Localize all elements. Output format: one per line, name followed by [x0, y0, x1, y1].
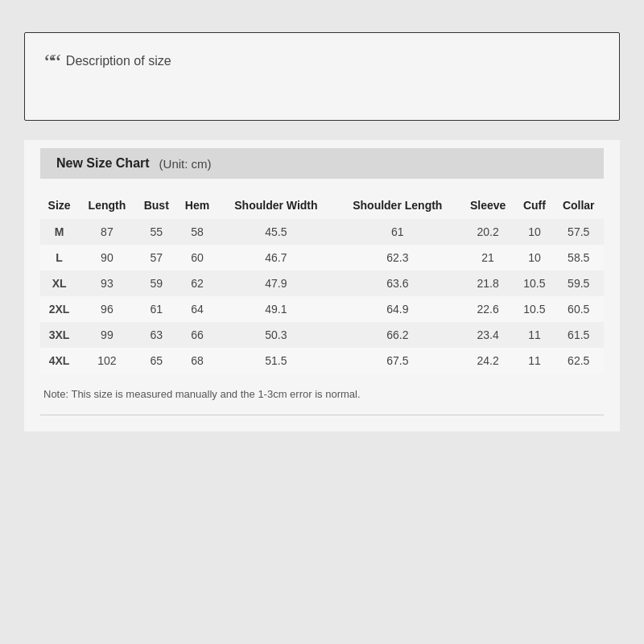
table-header-cell: Shoulder Length [335, 192, 460, 219]
table-cell: 90 [78, 245, 136, 270]
table-cell: 61.5 [553, 322, 604, 348]
table-cell: 62.3 [335, 245, 460, 270]
table-cell: 10 [515, 219, 553, 245]
table-cell: 3XL [40, 322, 78, 348]
table-cell: 21 [460, 245, 516, 270]
table-header-cell: Bust [136, 192, 177, 219]
page-container: ““ Description of size New Size Chart (U… [24, 32, 620, 431]
quote-icon: ““ [44, 51, 58, 73]
table-header-cell: Sleeve [460, 192, 516, 219]
table-header-cell: Cuff [515, 192, 553, 219]
table-cell: 51.5 [217, 348, 335, 374]
table-cell: 66.2 [335, 322, 460, 348]
table-cell: 61 [335, 219, 460, 245]
table-cell: 47.9 [217, 270, 335, 296]
table-cell: 57.5 [553, 219, 604, 245]
table-cell: 68 [177, 348, 217, 374]
table-header-cell: Shoulder Width [217, 192, 335, 219]
table-cell: 46.7 [217, 245, 335, 270]
table-header-cell: Hem [177, 192, 217, 219]
table-row: 4XL102656851.567.524.21162.5 [40, 348, 604, 374]
table-cell: 23.4 [460, 322, 516, 348]
size-table: SizeLengthBustHemShoulder WidthShoulder … [40, 192, 604, 374]
table-header-cell: Size [40, 192, 78, 219]
table-row: 2XL96616449.164.922.610.560.5 [40, 296, 604, 322]
description-box: ““ Description of size [24, 32, 620, 121]
table-header-cell: Collar [553, 192, 604, 219]
table-cell: 64 [177, 296, 217, 322]
table-cell: 50.3 [217, 322, 335, 348]
table-cell: 59.5 [553, 270, 604, 296]
table-cell: 49.1 [217, 296, 335, 322]
table-cell: 45.5 [217, 219, 335, 245]
table-row: XL93596247.963.621.810.559.5 [40, 270, 604, 296]
table-cell: 10.5 [515, 270, 553, 296]
table-cell: 24.2 [460, 348, 516, 374]
table-cell: 22.6 [460, 296, 516, 322]
table-cell: 11 [515, 348, 553, 374]
table-cell: 102 [78, 348, 136, 374]
table-cell: 60 [177, 245, 217, 270]
size-chart-section: New Size Chart (Unit: cm) SizeLengthBust… [24, 140, 620, 431]
table-cell: 4XL [40, 348, 78, 374]
table-row: L90576046.762.3211058.5 [40, 245, 604, 270]
table-cell: 10.5 [515, 296, 553, 322]
chart-title: New Size Chart [56, 156, 150, 171]
table-cell: 62 [177, 270, 217, 296]
table-cell: 55 [136, 219, 177, 245]
table-header-cell: Length [78, 192, 136, 219]
table-cell: 63.6 [335, 270, 460, 296]
table-cell: 59 [136, 270, 177, 296]
table-body: M87555845.56120.21057.5L90576046.762.321… [40, 219, 604, 374]
table-cell: 61 [136, 296, 177, 322]
table-cell: 60.5 [553, 296, 604, 322]
table-cell: 87 [78, 219, 136, 245]
table-row: M87555845.56120.21057.5 [40, 219, 604, 245]
table-cell: 57 [136, 245, 177, 270]
table-cell: XL [40, 270, 78, 296]
table-cell: 96 [78, 296, 136, 322]
chart-unit: (Unit: cm) [159, 157, 212, 171]
table-cell: 62.5 [553, 348, 604, 374]
note-text: Note: This size is measured manually and… [40, 388, 604, 400]
table-cell: 10 [515, 245, 553, 270]
table-row: 3XL99636650.366.223.41161.5 [40, 322, 604, 348]
table-cell: 99 [78, 322, 136, 348]
table-cell: 2XL [40, 296, 78, 322]
table-header-row: SizeLengthBustHemShoulder WidthShoulder … [40, 192, 604, 219]
size-chart-title-bar: New Size Chart (Unit: cm) [40, 148, 604, 179]
table-cell: 20.2 [460, 219, 516, 245]
table-cell: 67.5 [335, 348, 460, 374]
table-cell: 58 [177, 219, 217, 245]
table-cell: 65 [136, 348, 177, 374]
table-cell: 11 [515, 322, 553, 348]
table-cell: 58.5 [553, 245, 604, 270]
table-cell: 93 [78, 270, 136, 296]
table-cell: 64.9 [335, 296, 460, 322]
table-cell: 21.8 [460, 270, 516, 296]
table-cell: 66 [177, 322, 217, 348]
table-cell: M [40, 219, 78, 245]
description-text: Description of size [66, 49, 171, 68]
table-cell: 63 [136, 322, 177, 348]
divider [40, 415, 604, 415]
table-cell: L [40, 245, 78, 270]
